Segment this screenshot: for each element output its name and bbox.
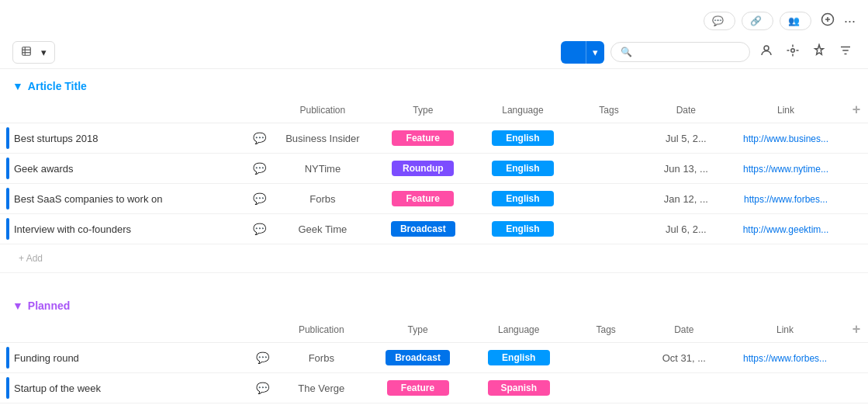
more-button[interactable]: ··· <box>844 13 856 29</box>
type-badge[interactable]: Broadcast <box>386 350 450 365</box>
col-header-type: Type <box>367 317 468 343</box>
link-text[interactable]: https://www.forbes... <box>744 194 828 205</box>
row-publication: NYTime <box>272 154 373 184</box>
row-comment-icon[interactable]: 💬 <box>256 382 269 394</box>
col-header-title <box>0 97 272 123</box>
language-badge[interactable]: English <box>492 130 554 146</box>
row-language[interactable]: English <box>469 343 569 373</box>
add-row-label[interactable]: + Add <box>6 248 862 268</box>
row-link[interactable] <box>725 373 845 403</box>
group-chevron-icon: ▼ <box>12 80 23 92</box>
table-row: Best SaaS companies to work on 💬 Forbs F… <box>0 184 868 214</box>
col-header-link: Link <box>725 317 845 343</box>
apps-icon-button[interactable] <box>783 40 803 64</box>
table-row: Best sturtups 2018 💬 Business Insider Fe… <box>0 123 868 154</box>
table-row: Geek awards 💬 NYTime Roundup English Jun… <box>0 154 868 184</box>
type-badge[interactable]: Broadcast <box>391 221 455 237</box>
add-row[interactable]: + Add <box>0 244 868 273</box>
row-comment-icon[interactable]: 💬 <box>253 223 266 235</box>
col-header-language: Language <box>473 97 573 123</box>
row-date: Jul 5, 2... <box>645 123 727 154</box>
row-date: Jul 6, 2... <box>645 214 727 244</box>
main-table-button[interactable]: ▾ <box>12 41 55 64</box>
invite-button[interactable] <box>818 9 838 33</box>
row-comment-icon[interactable]: 💬 <box>253 192 266 205</box>
row-link[interactable]: https://www.nytime... <box>727 154 845 184</box>
type-badge[interactable]: Feature <box>387 380 449 396</box>
row-publication: Geek Time <box>272 214 373 244</box>
link-text[interactable]: http://www.busines... <box>743 133 828 144</box>
row-add-cell <box>845 343 868 373</box>
col-header-tags: Tags <box>572 97 645 123</box>
top-bar-right: 💬 🔗 👥 ··· <box>704 9 856 33</box>
add-column-button[interactable]: + <box>852 321 861 338</box>
comment-icon: 💬 <box>712 16 724 26</box>
table-area: ▼ Article Title PublicationTypeLanguageT… <box>0 69 868 412</box>
filter-icon-button[interactable] <box>835 40 856 64</box>
comment-pill[interactable]: 💬 <box>704 12 735 30</box>
table-row: Startup of the week 💬 The Verge Feature … <box>0 373 868 403</box>
row-language[interactable]: English <box>473 214 573 244</box>
language-badge[interactable]: English <box>492 191 554 206</box>
pin-icon-button[interactable] <box>809 40 829 64</box>
new-item-button[interactable] <box>561 41 586 64</box>
row-title-text: Funding round <box>14 352 251 364</box>
row-type[interactable]: Feature <box>373 184 473 214</box>
row-tags <box>572 184 645 214</box>
add-row-label[interactable]: + Add <box>6 407 862 412</box>
row-link[interactable]: http://www.busines... <box>727 123 845 154</box>
col-header-publication: Publication <box>275 317 367 343</box>
data-table-article-title: PublicationTypeLanguageTagsDateLink + Be… <box>0 97 868 273</box>
add-row[interactable]: + Add <box>0 403 868 413</box>
search-filter-box[interactable]: 🔍 <box>610 42 750 62</box>
top-bar: 💬 🔗 👥 ··· <box>0 0 868 36</box>
row-indicator <box>6 188 9 209</box>
row-type[interactable]: Feature <box>367 373 468 403</box>
row-add-cell <box>845 123 868 154</box>
row-link[interactable]: https://www.forbes... <box>727 184 845 214</box>
group-table-wrap-planned: PublicationTypeLanguageTagsDateLink + Fu… <box>0 317 868 412</box>
row-date <box>643 373 726 403</box>
type-badge[interactable]: Feature <box>392 191 454 206</box>
chevron-down-icon: ▾ <box>41 47 47 58</box>
language-badge[interactable]: English <box>492 161 554 176</box>
row-language[interactable]: English <box>473 184 573 214</box>
link-text[interactable]: https://www.nytime... <box>743 164 828 175</box>
row-link[interactable]: https://www.forbes... <box>725 343 845 373</box>
row-comment-icon[interactable]: 💬 <box>253 132 266 144</box>
account-icon-button[interactable] <box>756 40 776 64</box>
row-comment-icon[interactable]: 💬 <box>253 162 266 175</box>
toolbar-left: ▾ <box>12 41 55 64</box>
add-row-cell[interactable]: + Add <box>0 403 868 413</box>
share-pill[interactable]: 🔗 <box>742 12 773 30</box>
svg-point-7 <box>764 46 769 50</box>
row-type[interactable]: Feature <box>373 123 473 154</box>
link-text[interactable]: http://www.geektim... <box>743 224 829 235</box>
language-badge[interactable]: Spanish <box>488 380 550 396</box>
type-badge[interactable]: Roundup <box>392 161 454 176</box>
group-header-article-title[interactable]: ▼ Article Title <box>0 69 868 97</box>
row-type[interactable]: Broadcast <box>367 343 468 373</box>
row-title-cell: Best SaaS companies to work on 💬 <box>0 184 272 214</box>
row-title-text: Interview with co-founders <box>14 223 248 235</box>
person-pill[interactable]: 👥 <box>780 12 811 30</box>
row-language[interactable]: English <box>473 123 573 154</box>
link-text[interactable]: https://www.forbes... <box>743 353 827 364</box>
row-date: Jun 13, ... <box>645 154 727 184</box>
language-badge[interactable]: English <box>492 221 554 237</box>
language-badge[interactable]: English <box>488 350 550 365</box>
row-indicator <box>6 218 9 240</box>
add-row-cell[interactable]: + Add <box>0 244 868 273</box>
type-badge[interactable]: Feature <box>392 130 454 146</box>
add-column-button[interactable]: + <box>852 102 861 118</box>
row-language[interactable]: English <box>473 154 573 184</box>
row-link[interactable]: http://www.geektim... <box>727 214 845 244</box>
row-add-cell <box>845 373 868 403</box>
row-type[interactable]: Roundup <box>373 154 473 184</box>
row-title-text: Geek awards <box>14 163 248 175</box>
row-type[interactable]: Broadcast <box>373 214 473 244</box>
new-item-dropdown-button[interactable]: ▾ <box>586 41 604 64</box>
group-header-planned[interactable]: ▼ Planned <box>0 289 868 317</box>
row-language[interactable]: Spanish <box>469 373 569 403</box>
row-comment-icon[interactable]: 💬 <box>256 351 269 364</box>
